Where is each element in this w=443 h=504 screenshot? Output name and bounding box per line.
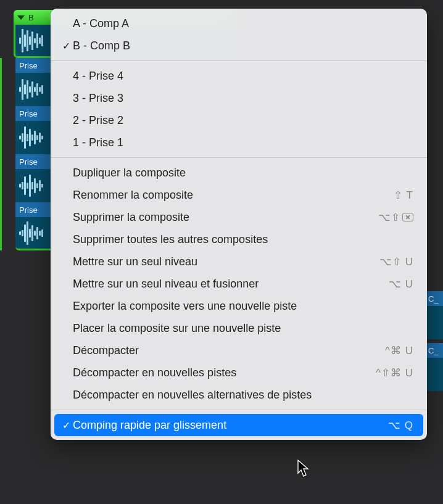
menu-item-unpack[interactable]: Décompacter ^⌘ U [51,339,427,361]
menu-item-unpack-new-tracks[interactable]: Décompacter en nouvelles pistes ^⇧⌘ U [51,361,427,384]
shortcut: ^⌘ U [385,344,413,357]
shortcut: ⌥⇧ [378,211,413,224]
menu-item-take-2[interactable]: 2 - Prise 2 [51,109,427,131]
waveform-icon [19,173,51,199]
shortcut: ⌥⇧ U [379,255,413,268]
menu-item-take-4[interactable]: 4 - Prise 4 [51,65,427,87]
waveform-icon [19,220,51,246]
menu-item-take-3[interactable]: 3 - Prise 3 [51,87,427,109]
menu-separator [51,157,427,158]
shortcut: ⌥ U [389,278,413,291]
check-icon: ✓ [59,40,73,52]
take-label: Prise [19,61,38,70]
adjacent-region-body[interactable] [426,306,443,339]
menu-item-export-comp[interactable]: Exporter la composite vers une nouvelle … [51,295,427,317]
menu-separator [51,60,427,61]
menu-item-take-1[interactable]: 1 - Prise 1 [51,131,427,154]
menu-item-comp-b[interactable]: ✓ B - Comp B [51,35,427,57]
menu-item-flatten[interactable]: Mettre sur un seul niveau ⌥⇧ U [51,250,427,273]
menu-item-comp-a[interactable]: A - Comp A [51,12,427,35]
menu-item-quick-swipe-comping[interactable]: ✓ Comping rapide par glissement ⌥ Q [54,414,423,436]
menu-item-duplicate-comp[interactable]: Dupliquer la composite [51,162,427,184]
menu-item-delete-comp[interactable]: Supprimer la composite ⌥⇧ [51,206,427,228]
waveform-icon [19,76,51,102]
take-label: Prise [19,157,38,167]
shortcut: ⌥ Q [388,419,413,432]
adjacent-region-label[interactable]: C_ [426,291,443,306]
menu-item-delete-other-comps[interactable]: Supprimer toutes les autres composites [51,228,427,250]
waveform-icon [19,125,51,151]
region-title: B [28,13,34,22]
shortcut: ⇧ T [394,189,413,202]
menu-item-rename-comp[interactable]: Renommer la composite ⇧ T [51,184,427,206]
menu-item-unpack-new-alt[interactable]: Décompacter en nouvelles alternatives de… [51,384,427,406]
check-icon: ✓ [59,419,73,431]
menu-item-flatten-merge[interactable]: Mettre sur un seul niveau et fusionner ⌥… [51,273,427,295]
take-folder-menu: A - Comp A ✓ B - Comp B 4 - Prise 4 3 - … [51,9,427,440]
waveform-icon [19,28,51,54]
take-label: Prise [19,109,38,118]
cursor-icon [297,460,311,481]
disclosure-triangle-icon[interactable] [17,15,25,20]
adjacent-region-label[interactable]: C_ [426,343,443,358]
delete-icon [402,213,413,221]
take-label: Prise [19,205,38,215]
menu-separator [51,410,427,410]
shortcut: ^⇧⌘ U [376,366,413,379]
menu-item-move-comp[interactable]: Placer la composite sur une nouvelle pis… [51,317,427,339]
adjacent-region-body[interactable] [426,358,443,391]
